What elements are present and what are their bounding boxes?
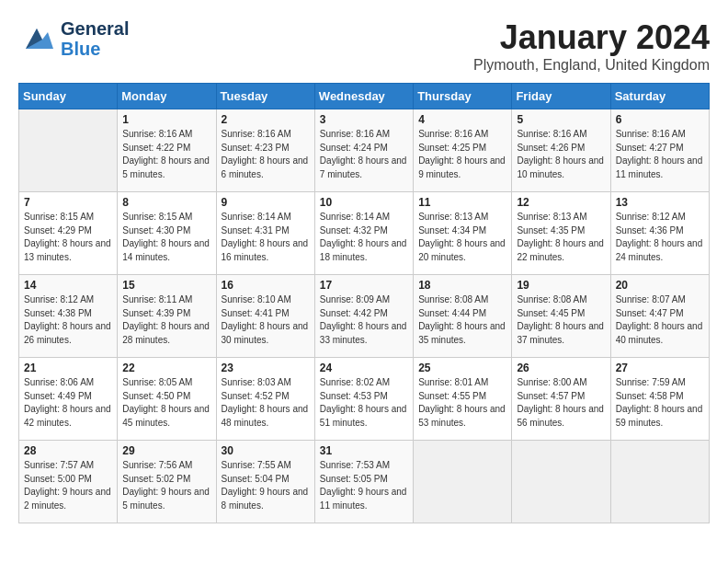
- daylight: Daylight: 8 hours and 56 minutes.: [517, 403, 605, 430]
- calendar-cell: 8 Sunrise: 8:15 AM Sunset: 4:30 PM Dayli…: [118, 192, 216, 275]
- daylight: Daylight: 8 hours and 11 minutes.: [616, 155, 704, 181]
- daylight: Daylight: 8 hours and 30 minutes.: [222, 320, 310, 347]
- daylight: Daylight: 8 hours and 40 minutes.: [616, 320, 704, 347]
- day-number: 6: [616, 113, 704, 126]
- sunset: Sunset: 4:38 PM: [24, 307, 112, 321]
- day-number: 11: [418, 196, 506, 209]
- sunset: Sunset: 4:57 PM: [517, 390, 605, 404]
- day-number: 23: [222, 362, 310, 374]
- cell-info: Sunrise: 7:53 AM Sunset: 5:05 PM Dayligh…: [320, 459, 408, 512]
- cell-info: Sunrise: 7:59 AM Sunset: 4:58 PM Dayligh…: [616, 376, 704, 430]
- day-number: 13: [616, 196, 704, 209]
- day-number: 17: [320, 279, 408, 292]
- calendar-cell: 7 Sunrise: 8:15 AM Sunset: 4:29 PM Dayli…: [19, 192, 118, 275]
- calendar-cell: 1 Sunrise: 8:16 AM Sunset: 4:22 PM Dayli…: [118, 109, 216, 192]
- sunset: Sunset: 4:47 PM: [616, 307, 704, 321]
- calendar-cell: 14 Sunrise: 8:12 AM Sunset: 4:38 PM Dayl…: [19, 275, 118, 358]
- cell-info: Sunrise: 8:11 AM Sunset: 4:39 PM Dayligh…: [122, 293, 210, 347]
- daylight: Daylight: 8 hours and 51 minutes.: [320, 403, 408, 430]
- daylight: Daylight: 8 hours and 24 minutes.: [616, 237, 704, 264]
- sunset: Sunset: 4:45 PM: [517, 307, 605, 321]
- sunrise: Sunrise: 8:05 AM: [122, 376, 210, 390]
- calendar-cell: 17 Sunrise: 8:09 AM Sunset: 4:42 PM Dayl…: [314, 275, 413, 358]
- title-block: January 2024 Plymouth, England, United K…: [473, 18, 710, 74]
- daylight: Daylight: 8 hours and 20 minutes.: [418, 237, 506, 264]
- day-number: 31: [320, 444, 408, 457]
- sunrise: Sunrise: 8:02 AM: [320, 376, 408, 390]
- day-number: 1: [122, 113, 210, 126]
- calendar-week-row: 14 Sunrise: 8:12 AM Sunset: 4:38 PM Dayl…: [19, 275, 710, 358]
- calendar-cell: 28 Sunrise: 7:57 AM Sunset: 5:00 PM Dayl…: [19, 441, 118, 523]
- daylight: Daylight: 9 hours and 5 minutes.: [122, 486, 210, 512]
- calendar-cell: 3 Sunrise: 8:16 AM Sunset: 4:24 PM Dayli…: [314, 109, 413, 192]
- sunrise: Sunrise: 8:09 AM: [320, 293, 408, 307]
- day-number: 4: [418, 113, 506, 126]
- sunset: Sunset: 4:55 PM: [418, 390, 506, 404]
- calendar-cell: 18 Sunrise: 8:08 AM Sunset: 4:44 PM Dayl…: [414, 275, 512, 358]
- sunset: Sunset: 4:29 PM: [24, 224, 112, 238]
- calendar-cell: 2 Sunrise: 8:16 AM Sunset: 4:23 PM Dayli…: [216, 109, 314, 192]
- sunrise: Sunrise: 8:03 AM: [222, 376, 310, 390]
- daylight: Daylight: 8 hours and 53 minutes.: [418, 403, 506, 430]
- day-number: 28: [24, 444, 112, 457]
- cell-info: Sunrise: 8:14 AM Sunset: 4:31 PM Dayligh…: [222, 211, 310, 264]
- cell-info: Sunrise: 8:16 AM Sunset: 4:26 PM Dayligh…: [517, 128, 605, 181]
- calendar-cell: 31 Sunrise: 7:53 AM Sunset: 5:05 PM Dayl…: [314, 441, 413, 523]
- col-header-saturday: Saturday: [610, 84, 709, 109]
- daylight: Daylight: 8 hours and 7 minutes.: [320, 155, 408, 181]
- cell-info: Sunrise: 7:57 AM Sunset: 5:00 PM Dayligh…: [24, 459, 112, 512]
- cell-info: Sunrise: 7:55 AM Sunset: 5:04 PM Dayligh…: [222, 459, 310, 512]
- calendar-cell: 26 Sunrise: 8:00 AM Sunset: 4:57 PM Dayl…: [512, 358, 610, 441]
- day-number: 3: [320, 113, 408, 126]
- cell-info: Sunrise: 8:07 AM Sunset: 4:47 PM Dayligh…: [616, 293, 704, 347]
- cell-info: Sunrise: 8:14 AM Sunset: 4:32 PM Dayligh…: [320, 211, 408, 264]
- calendar-week-row: 1 Sunrise: 8:16 AM Sunset: 4:22 PM Dayli…: [19, 109, 710, 192]
- cell-info: Sunrise: 8:13 AM Sunset: 4:35 PM Dayligh…: [517, 211, 605, 264]
- day-number: 10: [320, 196, 408, 209]
- calendar-week-row: 28 Sunrise: 7:57 AM Sunset: 5:00 PM Dayl…: [19, 441, 710, 523]
- cell-info: Sunrise: 8:16 AM Sunset: 4:24 PM Dayligh…: [320, 128, 408, 181]
- daylight: Daylight: 8 hours and 26 minutes.: [24, 320, 112, 347]
- cell-info: Sunrise: 8:10 AM Sunset: 4:41 PM Dayligh…: [222, 293, 310, 347]
- sunrise: Sunrise: 7:53 AM: [320, 459, 408, 473]
- cell-info: Sunrise: 8:08 AM Sunset: 4:44 PM Dayligh…: [418, 293, 506, 347]
- col-header-friday: Friday: [512, 84, 610, 109]
- cell-info: Sunrise: 8:16 AM Sunset: 4:23 PM Dayligh…: [222, 128, 310, 181]
- location: Plymouth, England, United Kingdom: [473, 57, 710, 74]
- sunset: Sunset: 4:39 PM: [122, 307, 210, 321]
- calendar-cell: [414, 441, 512, 523]
- calendar-cell: 21 Sunrise: 8:06 AM Sunset: 4:49 PM Dayl…: [19, 358, 118, 441]
- logo-icon: [18, 21, 57, 56]
- logo-general: General: [61, 18, 129, 39]
- day-number: 18: [418, 279, 506, 292]
- daylight: Daylight: 9 hours and 2 minutes.: [24, 486, 112, 512]
- daylight: Daylight: 8 hours and 59 minutes.: [616, 403, 704, 430]
- page-header: General Blue January 2024 Plymouth, Engl…: [18, 18, 710, 74]
- calendar-cell: 30 Sunrise: 7:55 AM Sunset: 5:04 PM Dayl…: [216, 441, 314, 523]
- sunset: Sunset: 4:44 PM: [418, 307, 506, 321]
- sunset: Sunset: 4:34 PM: [418, 224, 506, 238]
- sunset: Sunset: 4:49 PM: [24, 390, 112, 404]
- sunrise: Sunrise: 8:12 AM: [24, 293, 112, 307]
- sunrise: Sunrise: 7:55 AM: [222, 459, 310, 473]
- daylight: Daylight: 8 hours and 5 minutes.: [122, 155, 210, 181]
- calendar-cell: 24 Sunrise: 8:02 AM Sunset: 4:53 PM Dayl…: [314, 358, 413, 441]
- calendar-table: SundayMondayTuesdayWednesdayThursdayFrid…: [18, 83, 710, 523]
- calendar-header-row: SundayMondayTuesdayWednesdayThursdayFrid…: [19, 84, 710, 109]
- calendar-cell: 29 Sunrise: 7:56 AM Sunset: 5:02 PM Dayl…: [118, 441, 216, 523]
- calendar-cell: [512, 441, 610, 523]
- sunset: Sunset: 4:32 PM: [320, 224, 408, 238]
- cell-info: Sunrise: 7:56 AM Sunset: 5:02 PM Dayligh…: [122, 459, 210, 512]
- day-number: 19: [517, 279, 605, 292]
- sunset: Sunset: 4:41 PM: [222, 307, 310, 321]
- cell-info: Sunrise: 8:16 AM Sunset: 4:25 PM Dayligh…: [418, 128, 506, 181]
- cell-info: Sunrise: 8:02 AM Sunset: 4:53 PM Dayligh…: [320, 376, 408, 430]
- sunrise: Sunrise: 8:07 AM: [616, 293, 704, 307]
- calendar-cell: 23 Sunrise: 8:03 AM Sunset: 4:52 PM Dayl…: [216, 358, 314, 441]
- day-number: 26: [517, 362, 605, 374]
- day-number: 15: [122, 279, 210, 292]
- cell-info: Sunrise: 8:09 AM Sunset: 4:42 PM Dayligh…: [320, 293, 408, 347]
- sunrise: Sunrise: 8:08 AM: [517, 293, 605, 307]
- calendar-cell: [610, 441, 709, 523]
- day-number: 9: [222, 196, 310, 209]
